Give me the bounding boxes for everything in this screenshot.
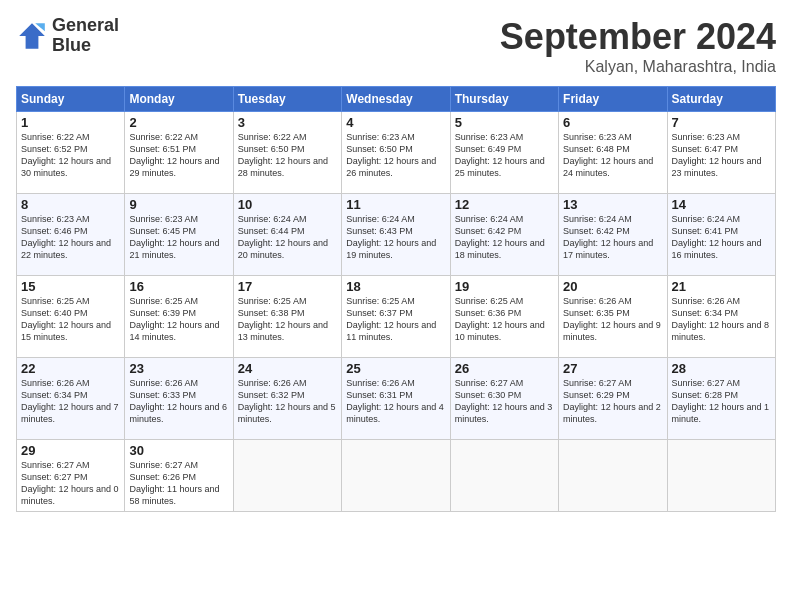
cell-content: Sunrise: 6:22 AM Sunset: 6:52 PM Dayligh… [21, 131, 120, 180]
day-number: 13 [563, 197, 662, 212]
logo-text: General Blue [52, 16, 119, 56]
cell-content: Sunrise: 6:25 AM Sunset: 6:38 PM Dayligh… [238, 295, 337, 344]
calendar-cell: 26 Sunrise: 6:27 AM Sunset: 6:30 PM Dayl… [450, 358, 558, 440]
calendar-cell [667, 440, 775, 512]
day-number: 14 [672, 197, 771, 212]
calendar-week-row: 1 Sunrise: 6:22 AM Sunset: 6:52 PM Dayli… [17, 112, 776, 194]
calendar-cell: 24 Sunrise: 6:26 AM Sunset: 6:32 PM Dayl… [233, 358, 341, 440]
cell-content: Sunrise: 6:24 AM Sunset: 6:43 PM Dayligh… [346, 213, 445, 262]
day-number: 5 [455, 115, 554, 130]
calendar-cell: 14 Sunrise: 6:24 AM Sunset: 6:41 PM Dayl… [667, 194, 775, 276]
calendar-cell: 7 Sunrise: 6:23 AM Sunset: 6:47 PM Dayli… [667, 112, 775, 194]
day-number: 6 [563, 115, 662, 130]
cell-content: Sunrise: 6:25 AM Sunset: 6:39 PM Dayligh… [129, 295, 228, 344]
calendar-cell [559, 440, 667, 512]
calendar-cell: 25 Sunrise: 6:26 AM Sunset: 6:31 PM Dayl… [342, 358, 450, 440]
page-container: General Blue September 2024 Kalyan, Maha… [0, 0, 792, 612]
day-number: 23 [129, 361, 228, 376]
calendar-weekday-tuesday: Tuesday [233, 87, 341, 112]
cell-content: Sunrise: 6:26 AM Sunset: 6:32 PM Dayligh… [238, 377, 337, 426]
cell-content: Sunrise: 6:24 AM Sunset: 6:44 PM Dayligh… [238, 213, 337, 262]
calendar-cell: 6 Sunrise: 6:23 AM Sunset: 6:48 PM Dayli… [559, 112, 667, 194]
day-number: 18 [346, 279, 445, 294]
calendar-cell: 13 Sunrise: 6:24 AM Sunset: 6:42 PM Dayl… [559, 194, 667, 276]
logo-icon [16, 20, 48, 52]
calendar-cell: 21 Sunrise: 6:26 AM Sunset: 6:34 PM Dayl… [667, 276, 775, 358]
cell-content: Sunrise: 6:24 AM Sunset: 6:42 PM Dayligh… [563, 213, 662, 262]
day-number: 19 [455, 279, 554, 294]
calendar-cell: 11 Sunrise: 6:24 AM Sunset: 6:43 PM Dayl… [342, 194, 450, 276]
cell-content: Sunrise: 6:22 AM Sunset: 6:50 PM Dayligh… [238, 131, 337, 180]
calendar-weekday-monday: Monday [125, 87, 233, 112]
cell-content: Sunrise: 6:23 AM Sunset: 6:46 PM Dayligh… [21, 213, 120, 262]
cell-content: Sunrise: 6:26 AM Sunset: 6:35 PM Dayligh… [563, 295, 662, 344]
header: General Blue September 2024 Kalyan, Maha… [16, 16, 776, 76]
day-number: 11 [346, 197, 445, 212]
calendar-cell [450, 440, 558, 512]
calendar-cell: 20 Sunrise: 6:26 AM Sunset: 6:35 PM Dayl… [559, 276, 667, 358]
day-number: 8 [21, 197, 120, 212]
cell-content: Sunrise: 6:26 AM Sunset: 6:33 PM Dayligh… [129, 377, 228, 426]
day-number: 17 [238, 279, 337, 294]
day-number: 4 [346, 115, 445, 130]
cell-content: Sunrise: 6:25 AM Sunset: 6:40 PM Dayligh… [21, 295, 120, 344]
cell-content: Sunrise: 6:23 AM Sunset: 6:49 PM Dayligh… [455, 131, 554, 180]
calendar-week-row: 29 Sunrise: 6:27 AM Sunset: 6:27 PM Dayl… [17, 440, 776, 512]
calendar-cell: 4 Sunrise: 6:23 AM Sunset: 6:50 PM Dayli… [342, 112, 450, 194]
day-number: 25 [346, 361, 445, 376]
day-number: 12 [455, 197, 554, 212]
calendar-cell: 12 Sunrise: 6:24 AM Sunset: 6:42 PM Dayl… [450, 194, 558, 276]
calendar-cell: 10 Sunrise: 6:24 AM Sunset: 6:44 PM Dayl… [233, 194, 341, 276]
calendar-cell: 27 Sunrise: 6:27 AM Sunset: 6:29 PM Dayl… [559, 358, 667, 440]
day-number: 10 [238, 197, 337, 212]
calendar-cell [233, 440, 341, 512]
day-number: 1 [21, 115, 120, 130]
cell-content: Sunrise: 6:26 AM Sunset: 6:31 PM Dayligh… [346, 377, 445, 426]
day-number: 2 [129, 115, 228, 130]
calendar-weekday-saturday: Saturday [667, 87, 775, 112]
cell-content: Sunrise: 6:26 AM Sunset: 6:34 PM Dayligh… [21, 377, 120, 426]
cell-content: Sunrise: 6:27 AM Sunset: 6:28 PM Dayligh… [672, 377, 771, 426]
day-number: 7 [672, 115, 771, 130]
cell-content: Sunrise: 6:23 AM Sunset: 6:47 PM Dayligh… [672, 131, 771, 180]
calendar-cell: 23 Sunrise: 6:26 AM Sunset: 6:33 PM Dayl… [125, 358, 233, 440]
calendar-cell: 5 Sunrise: 6:23 AM Sunset: 6:49 PM Dayli… [450, 112, 558, 194]
day-number: 22 [21, 361, 120, 376]
cell-content: Sunrise: 6:27 AM Sunset: 6:30 PM Dayligh… [455, 377, 554, 426]
day-number: 27 [563, 361, 662, 376]
cell-content: Sunrise: 6:24 AM Sunset: 6:42 PM Dayligh… [455, 213, 554, 262]
day-number: 3 [238, 115, 337, 130]
day-number: 28 [672, 361, 771, 376]
calendar-cell: 28 Sunrise: 6:27 AM Sunset: 6:28 PM Dayl… [667, 358, 775, 440]
logo: General Blue [16, 16, 119, 56]
day-number: 21 [672, 279, 771, 294]
cell-content: Sunrise: 6:25 AM Sunset: 6:36 PM Dayligh… [455, 295, 554, 344]
calendar-weekday-friday: Friday [559, 87, 667, 112]
cell-content: Sunrise: 6:25 AM Sunset: 6:37 PM Dayligh… [346, 295, 445, 344]
cell-content: Sunrise: 6:23 AM Sunset: 6:48 PM Dayligh… [563, 131, 662, 180]
day-number: 30 [129, 443, 228, 458]
day-number: 9 [129, 197, 228, 212]
calendar-cell: 22 Sunrise: 6:26 AM Sunset: 6:34 PM Dayl… [17, 358, 125, 440]
location-title: Kalyan, Maharashtra, India [500, 58, 776, 76]
day-number: 26 [455, 361, 554, 376]
calendar-header-row: SundayMondayTuesdayWednesdayThursdayFrid… [17, 87, 776, 112]
calendar-cell: 16 Sunrise: 6:25 AM Sunset: 6:39 PM Dayl… [125, 276, 233, 358]
calendar-week-row: 8 Sunrise: 6:23 AM Sunset: 6:46 PM Dayli… [17, 194, 776, 276]
calendar-cell: 18 Sunrise: 6:25 AM Sunset: 6:37 PM Dayl… [342, 276, 450, 358]
cell-content: Sunrise: 6:27 AM Sunset: 6:27 PM Dayligh… [21, 459, 120, 508]
calendar-week-row: 15 Sunrise: 6:25 AM Sunset: 6:40 PM Dayl… [17, 276, 776, 358]
calendar-cell: 1 Sunrise: 6:22 AM Sunset: 6:52 PM Dayli… [17, 112, 125, 194]
calendar-weekday-thursday: Thursday [450, 87, 558, 112]
day-number: 15 [21, 279, 120, 294]
cell-content: Sunrise: 6:27 AM Sunset: 6:26 PM Dayligh… [129, 459, 228, 508]
cell-content: Sunrise: 6:23 AM Sunset: 6:50 PM Dayligh… [346, 131, 445, 180]
cell-content: Sunrise: 6:26 AM Sunset: 6:34 PM Dayligh… [672, 295, 771, 344]
calendar-cell: 17 Sunrise: 6:25 AM Sunset: 6:38 PM Dayl… [233, 276, 341, 358]
calendar-week-row: 22 Sunrise: 6:26 AM Sunset: 6:34 PM Dayl… [17, 358, 776, 440]
cell-content: Sunrise: 6:22 AM Sunset: 6:51 PM Dayligh… [129, 131, 228, 180]
calendar-cell: 29 Sunrise: 6:27 AM Sunset: 6:27 PM Dayl… [17, 440, 125, 512]
calendar-cell: 15 Sunrise: 6:25 AM Sunset: 6:40 PM Dayl… [17, 276, 125, 358]
calendar-cell: 9 Sunrise: 6:23 AM Sunset: 6:45 PM Dayli… [125, 194, 233, 276]
calendar-cell [342, 440, 450, 512]
